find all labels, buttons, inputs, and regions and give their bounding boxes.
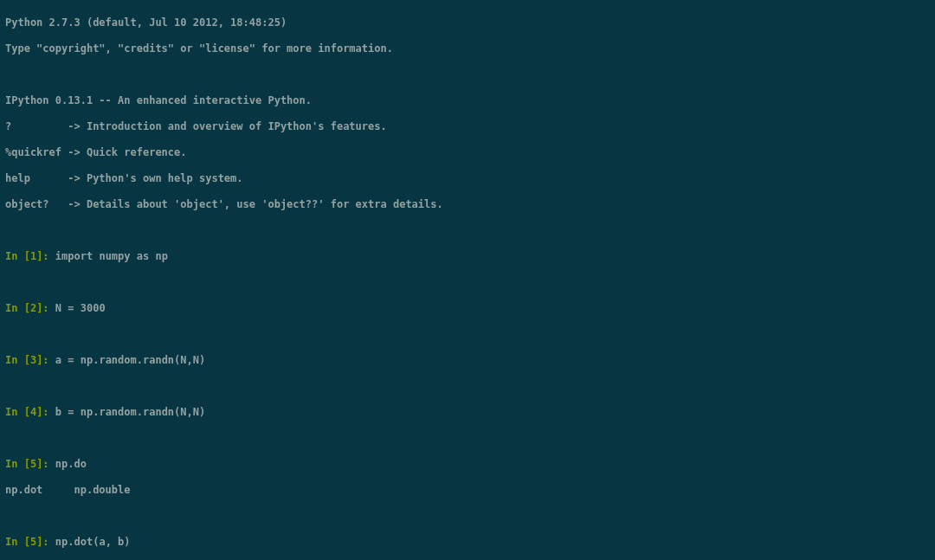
terminal[interactable]: Python 2.7.3 (default, Jul 10 2012, 18:4… <box>0 0 935 560</box>
in-prompt-line[interactable]: In [1]: import numpy as np <box>5 250 930 263</box>
code: np.dot(a, b) <box>55 536 131 548</box>
tab-completion: np.dot np.double <box>5 484 131 496</box>
banner-line: IPython 0.13.1 -- An enhanced interactiv… <box>5 94 312 106</box>
banner-line: ? -> Introduction and overview of IPytho… <box>5 120 387 132</box>
in-prompt: ]: <box>36 536 55 548</box>
in-prompt-line[interactable]: In [5]: np.do <box>5 458 930 471</box>
in-prompt: ]: <box>36 458 55 470</box>
in-prompt: In [ <box>5 406 30 418</box>
in-prompt: ]: <box>36 250 55 262</box>
in-prompt: In [ <box>5 354 30 366</box>
banner-line: object? -> Details about 'object', use '… <box>5 198 443 210</box>
code: import numpy as np <box>55 250 168 262</box>
code: N = 3000 <box>55 302 106 314</box>
in-prompt: ]: <box>36 406 55 418</box>
code: b = np.random.randn(N,N) <box>55 406 205 418</box>
in-prompt-line[interactable]: In [3]: a = np.random.randn(N,N) <box>5 354 930 367</box>
banner-line: Python 2.7.3 (default, Jul 10 2012, 18:4… <box>5 16 287 29</box>
in-prompt: In [ <box>5 250 30 262</box>
in-prompt: ]: <box>36 302 55 314</box>
code: a = np.random.randn(N,N) <box>55 354 205 366</box>
code: np.do <box>55 458 87 470</box>
in-prompt-line[interactable]: In [5]: np.dot(a, b) <box>5 536 930 549</box>
banner-line: help -> Python's own help system. <box>5 172 243 184</box>
in-prompt: In [ <box>5 536 30 548</box>
in-prompt-line[interactable]: In [4]: b = np.random.randn(N,N) <box>5 406 930 419</box>
in-prompt: ]: <box>36 354 55 366</box>
banner-line: Type "copyright", "credits" or "license"… <box>5 42 393 55</box>
in-prompt: In [ <box>5 458 30 470</box>
banner-line: %quickref -> Quick reference. <box>5 146 187 158</box>
in-prompt: In [ <box>5 302 30 314</box>
in-prompt-line[interactable]: In [2]: N = 3000 <box>5 302 930 315</box>
